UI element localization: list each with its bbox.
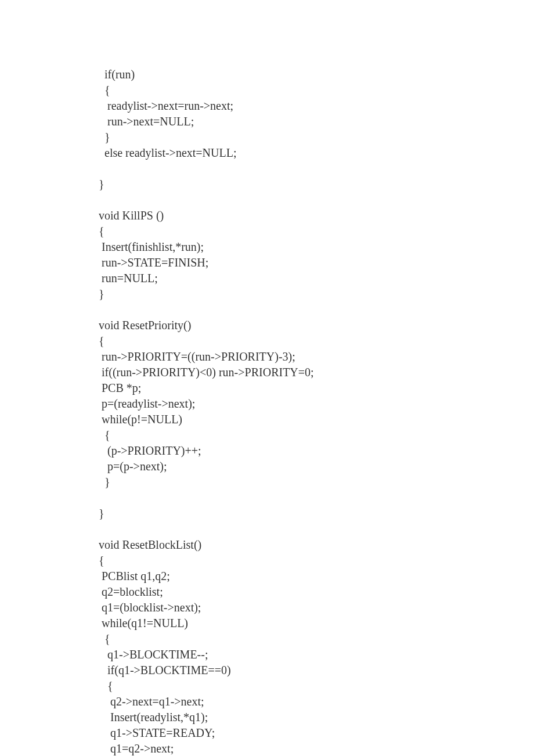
code-line: while(p!=NULL) — [99, 412, 534, 427]
code-line: if((run->PRIORITY)<0) run->PRIORITY=0; — [99, 365, 534, 380]
code-line: } — [99, 286, 534, 302]
code-line: void ResetBlockList() — [99, 537, 534, 553]
code-line: q1=q2->next; — [99, 741, 534, 756]
code-line: Insert(readylist,*q1); — [99, 710, 534, 725]
code-line: while(q1!=NULL) — [99, 615, 534, 631]
code-line: } — [99, 506, 534, 521]
code-block: if(run) { readylist->next=run->next; run… — [0, 0, 534, 756]
code-line — [99, 302, 534, 318]
code-line: readylist->next=run->next; — [99, 98, 534, 114]
code-line: p=(p->next); — [99, 459, 534, 474]
code-line: } — [99, 177, 534, 192]
code-line: q1->STATE=READY; — [99, 725, 534, 741]
code-line: { — [99, 427, 534, 443]
code-line: run->PRIORITY=((run->PRIORITY)-3); — [99, 349, 534, 365]
code-line — [99, 161, 534, 177]
code-line: void KillPS () — [99, 208, 534, 224]
code-line: { — [99, 333, 534, 349]
code-line: Insert(finishlist,*run); — [99, 239, 534, 255]
code-line: } — [99, 129, 534, 145]
code-line: q1->BLOCKTIME--; — [99, 647, 534, 663]
code-line: run=NULL; — [99, 271, 534, 286]
code-line: if(run) — [99, 67, 534, 82]
code-line: PCB *p; — [99, 380, 534, 396]
code-line: run->STATE=FINISH; — [99, 255, 534, 271]
code-line: { — [99, 82, 534, 98]
code-line: { — [99, 553, 534, 568]
code-line: { — [99, 678, 534, 694]
code-line: void ResetPriority() — [99, 318, 534, 333]
code-line: if(q1->BLOCKTIME==0) — [99, 663, 534, 678]
code-line: q1=(blocklist->next); — [99, 600, 534, 615]
code-line: run->next=NULL; — [99, 114, 534, 129]
code-line — [99, 192, 534, 208]
code-line — [99, 521, 534, 537]
code-line: PCBlist q1,q2; — [99, 568, 534, 584]
code-line: q2=blocklist; — [99, 584, 534, 600]
code-line: { — [99, 224, 534, 239]
code-line: p=(readylist->next); — [99, 396, 534, 412]
code-line: (p->PRIORITY)++; — [99, 443, 534, 459]
code-line — [99, 490, 534, 506]
code-line: q2->next=q1->next; — [99, 694, 534, 710]
code-line: { — [99, 631, 534, 647]
code-line: else readylist->next=NULL; — [99, 145, 534, 161]
code-line: } — [99, 474, 534, 490]
